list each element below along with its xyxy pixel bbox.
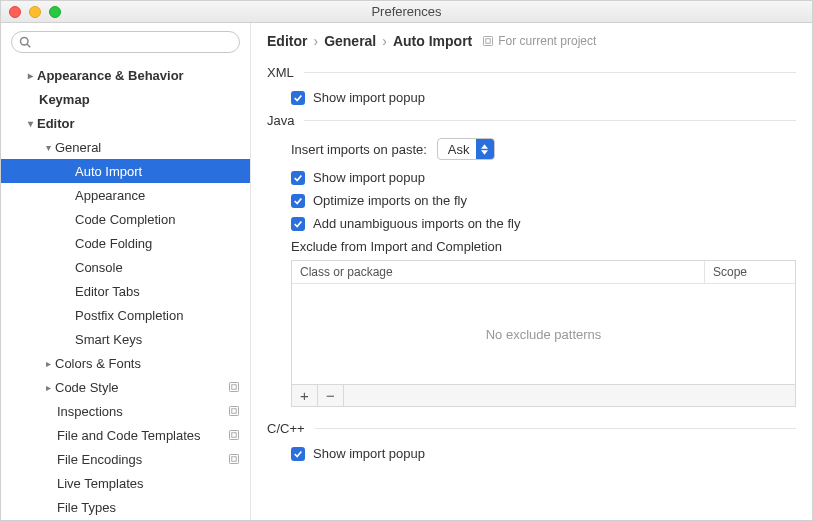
sidebar-item-general[interactable]: General: [1, 135, 250, 159]
chevron-right-icon: ›: [313, 33, 318, 49]
section-xml: XML: [267, 65, 796, 80]
sidebar-item-code-folding[interactable]: Code Folding: [1, 231, 250, 255]
svg-rect-5: [232, 409, 237, 414]
sidebar-item-editor[interactable]: Editor: [1, 111, 250, 135]
checkbox-checked-icon: [291, 217, 305, 231]
checkbox-checked-icon: [291, 194, 305, 208]
titlebar: Preferences: [1, 1, 812, 23]
sidebar-item-editor-tabs[interactable]: Editor Tabs: [1, 279, 250, 303]
paste-mode-label: Insert imports on paste:: [291, 142, 427, 157]
sidebar-item-file-types[interactable]: File Types: [1, 495, 250, 519]
chevron-right-icon[interactable]: [41, 382, 55, 393]
checkbox-checked-icon: [291, 171, 305, 185]
checkbox-label: Show import popup: [313, 446, 425, 461]
svg-rect-11: [486, 39, 491, 44]
sidebar-item-label: Editor: [37, 116, 250, 131]
svg-rect-7: [232, 433, 237, 438]
sidebar-item-keymap[interactable]: Keymap: [1, 87, 250, 111]
sidebar-item-label: File and Code Templates: [57, 428, 228, 443]
crumb-auto-import: Auto Import: [393, 33, 472, 49]
exclude-table: Class or package Scope No exclude patter…: [291, 260, 796, 385]
exclude-heading: Exclude from Import and Completion: [291, 239, 796, 254]
sidebar-item-code-completion[interactable]: Code Completion: [1, 207, 250, 231]
column-header-scope[interactable]: Scope: [705, 261, 795, 283]
sidebar-item-label: Inspections: [57, 404, 228, 419]
sidebar-item-smart-keys[interactable]: Smart Keys: [1, 327, 250, 351]
sidebar-item-code-style[interactable]: Code Style: [1, 375, 250, 399]
sidebar-item-label: Auto Import: [75, 164, 250, 179]
sidebar-item-file-and-code-templates[interactable]: File and Code Templates: [1, 423, 250, 447]
java-show-popup-checkbox[interactable]: Show import popup: [291, 170, 796, 185]
crumb-general[interactable]: General: [324, 33, 376, 49]
chevron-down-icon[interactable]: [41, 142, 55, 153]
checkbox-checked-icon: [291, 91, 305, 105]
checkbox-label: Show import popup: [313, 170, 425, 185]
sidebar-item-label: Colors & Fonts: [55, 356, 250, 371]
column-header-class[interactable]: Class or package: [292, 261, 705, 283]
sidebar-item-inspections[interactable]: Inspections: [1, 399, 250, 423]
svg-line-1: [27, 44, 30, 47]
search-icon: [19, 36, 31, 48]
sidebar-item-label: Smart Keys: [75, 332, 250, 347]
content-panel: Editor › General › Auto Import For curre…: [251, 23, 812, 520]
checkbox-label: Show import popup: [313, 90, 425, 105]
project-icon: [228, 381, 240, 393]
svg-rect-9: [232, 457, 237, 462]
chevron-down-icon[interactable]: [23, 118, 37, 129]
breadcrumb: Editor › General › Auto Import For curre…: [267, 33, 796, 49]
section-title: Java: [267, 113, 294, 128]
sidebar-item-label: Postfix Completion: [75, 308, 250, 323]
sidebar-item-label: Appearance & Behavior: [37, 68, 250, 83]
svg-rect-4: [230, 407, 239, 416]
sidebar-tree: Appearance & BehaviorKeymapEditorGeneral…: [1, 61, 250, 520]
crumb-editor[interactable]: Editor: [267, 33, 307, 49]
java-unambiguous-checkbox[interactable]: Add unambiguous imports on the fly: [291, 216, 796, 231]
svg-rect-6: [230, 431, 239, 440]
sidebar-item-label: Code Style: [55, 380, 228, 395]
sidebar-item-label: File Types: [57, 500, 250, 515]
search-input[interactable]: [11, 31, 240, 53]
checkbox-label: Add unambiguous imports on the fly: [313, 216, 520, 231]
chevron-right-icon[interactable]: [23, 70, 37, 81]
project-icon: [228, 429, 240, 441]
add-button[interactable]: +: [292, 385, 318, 406]
select-value: Ask: [448, 142, 476, 157]
window-title: Preferences: [1, 4, 812, 19]
section-title: C/C++: [267, 421, 305, 436]
svg-rect-10: [484, 37, 493, 46]
sidebar-item-live-templates[interactable]: Live Templates: [1, 471, 250, 495]
java-optimize-checkbox[interactable]: Optimize imports on the fly: [291, 193, 796, 208]
svg-rect-8: [230, 455, 239, 464]
sidebar-item-appearance[interactable]: Appearance: [1, 183, 250, 207]
remove-button[interactable]: −: [318, 385, 344, 406]
svg-point-0: [21, 38, 29, 46]
table-empty-text: No exclude patterns: [292, 284, 795, 384]
project-icon: [228, 405, 240, 417]
svg-marker-12: [481, 144, 488, 148]
svg-rect-2: [230, 383, 239, 392]
project-scope-label: For current project: [498, 34, 596, 48]
sidebar-item-file-encodings[interactable]: File Encodings: [1, 447, 250, 471]
sidebar-item-label: Code Folding: [75, 236, 250, 251]
select-stepper-icon: [476, 139, 494, 159]
sidebar-item-label: General: [55, 140, 250, 155]
sidebar-item-console[interactable]: Console: [1, 255, 250, 279]
section-title: XML: [267, 65, 294, 80]
section-cpp: C/C++: [267, 421, 796, 436]
xml-show-popup-checkbox[interactable]: Show import popup: [291, 90, 796, 105]
paste-mode-select[interactable]: Ask: [437, 138, 495, 160]
sidebar-item-auto-import[interactable]: Auto Import: [1, 159, 250, 183]
sidebar-item-label: Live Templates: [57, 476, 250, 491]
checkbox-checked-icon: [291, 447, 305, 461]
sidebar-item-label: Appearance: [75, 188, 250, 203]
sidebar-item-appearance-behavior[interactable]: Appearance & Behavior: [1, 63, 250, 87]
sidebar-item-label: Editor Tabs: [75, 284, 250, 299]
sidebar-item-postfix-completion[interactable]: Postfix Completion: [1, 303, 250, 327]
checkbox-label: Optimize imports on the fly: [313, 193, 467, 208]
project-icon: [482, 35, 494, 47]
chevron-right-icon: ›: [382, 33, 387, 49]
sidebar-item-colors-fonts[interactable]: Colors & Fonts: [1, 351, 250, 375]
chevron-right-icon[interactable]: [41, 358, 55, 369]
cpp-show-popup-checkbox[interactable]: Show import popup: [291, 446, 796, 461]
sidebar-item-label: Keymap: [39, 92, 250, 107]
